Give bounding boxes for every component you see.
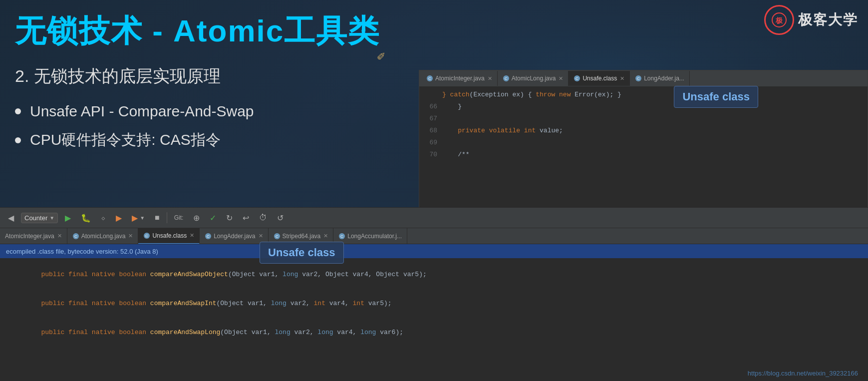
run2-icon: ▶: [132, 213, 138, 223]
unsafe-label-1: Unsafe class: [260, 242, 344, 264]
toolbar-play-btn[interactable]: ▶: [62, 212, 74, 224]
toolbar-strip: ◀ Counter ▼ ▶ 🐛 ⬦ ▶ ▶ ▼ ■ Git: ⊕ ✓ ↻ ↩ ⏱…: [0, 207, 868, 228]
tab-close-bottom-0[interactable]: ✕: [57, 233, 62, 239]
toolbar-stop-btn[interactable]: ■: [152, 212, 163, 223]
content-section: 2. 无锁技术的底层实现原理 Unsafe API - Compare-And-…: [15, 65, 254, 160]
tab-close-bottom-2[interactable]: ✕: [190, 232, 194, 239]
toolbar-refresh-btn[interactable]: ↻: [223, 212, 236, 224]
code-line-catch: } catch(Exception ex) { throw new Error(…: [419, 88, 868, 100]
code-line-70: 70 /**: [419, 148, 868, 160]
section-title: 2. 无锁技术的底层实现原理: [15, 65, 254, 88]
tab-atomic-integer-top[interactable]: C AtomicInteger.java ✕: [421, 71, 498, 86]
counter-label: Counter: [24, 214, 47, 222]
info-bar-text: ecompiled .class file, bytecode version:…: [6, 248, 158, 255]
back-icon: ◀: [8, 213, 14, 223]
tab-bar-bottom: AtomicInteger.java ✕ C AtomicLong.java ✕…: [0, 228, 868, 244]
logo-circle: 极: [764, 5, 794, 35]
tab-unsafe-class-top[interactable]: C Unsafe.class ✕: [569, 71, 630, 86]
code-line-66: 66 }: [419, 100, 868, 112]
tab-long-adder-bottom[interactable]: C LongAdder.java ✕: [200, 228, 268, 244]
tab-atomic-long-bottom[interactable]: C AtomicLong.java ✕: [67, 228, 139, 244]
toolbar-step-btn[interactable]: ⬦: [98, 212, 109, 223]
tab-close-1[interactable]: ✕: [559, 75, 563, 82]
undo-icon: ↩: [243, 213, 249, 223]
toolbar-redo-btn[interactable]: ↺: [274, 212, 287, 224]
toolbar-run2-btn[interactable]: ▶ ▼: [129, 212, 148, 224]
svg-text:极: 极: [775, 16, 783, 24]
slide-area: 极 极客大学 无锁技术 - Atomic工具类 ✏ 2. 无锁技术的底层实现原理…: [0, 0, 868, 215]
tab-bar-top: C AtomicInteger.java ✕ C AtomicLong.java…: [419, 70, 868, 86]
tab-atomic-integer-bottom[interactable]: AtomicInteger.java ✕: [0, 228, 67, 244]
toolbar-back-btn[interactable]: ◀: [5, 212, 17, 224]
code-line-67: 67: [419, 112, 868, 124]
svg-text:C: C: [207, 234, 210, 239]
tab-close-bottom-1[interactable]: ✕: [128, 233, 133, 239]
tab-long-adder-top[interactable]: C LongAdder.ja...: [630, 71, 690, 86]
tab-unsafe-class-bottom[interactable]: C Unsafe.class ✕: [138, 228, 200, 244]
redo-icon: ↺: [277, 213, 284, 223]
unsafe-label-2: Unsafe class: [674, 86, 758, 108]
refresh-icon: ↻: [226, 213, 233, 223]
run-icon: ▶: [116, 213, 122, 223]
toolbar-run-btn[interactable]: ▶: [113, 212, 125, 224]
code-line-cas-object: public final native boolean compareAndSw…: [0, 260, 868, 279]
svg-text:C: C: [576, 76, 579, 81]
step-icon: ⬦: [101, 213, 106, 222]
toolbar-sep-1: [167, 212, 167, 223]
svg-text:C: C: [340, 234, 343, 239]
run2-dropdown-icon: ▼: [140, 215, 145, 221]
url-bar: https://blog.csdn.net/weixin_39232166: [748, 370, 858, 377]
code-line-69: 69: [419, 136, 868, 148]
bullet-item-2: CPU硬件指令支持: CAS指令: [15, 130, 254, 150]
toolbar-undo-btn[interactable]: ↩: [240, 212, 252, 224]
logo-text: 极客大学: [798, 10, 858, 29]
svg-text:C: C: [276, 234, 279, 239]
code-line-cas-long: public final native boolean compareAndSw…: [0, 318, 868, 337]
code-area-top: } catch(Exception ex) { throw new Error(…: [419, 86, 868, 214]
main-title: 无锁技术 - Atomic工具类: [15, 10, 380, 52]
merge-icon: ⊕: [193, 213, 200, 223]
toolbar-check-btn[interactable]: ✓: [207, 212, 219, 224]
git-btn[interactable]: Git:: [171, 213, 187, 222]
tab-close-bottom-4[interactable]: ✕: [323, 233, 328, 239]
bullet-dot-1: [15, 108, 21, 114]
code-line-68: 68 private volatile int value;: [419, 124, 868, 136]
logo-area: 极 极客大学: [764, 5, 858, 35]
svg-text:C: C: [428, 76, 431, 81]
toolbar-clock-btn[interactable]: ⏱: [256, 212, 270, 223]
clock-icon: ⏱: [259, 213, 267, 222]
tab-atomic-long-top[interactable]: C AtomicLong.java ✕: [498, 71, 569, 86]
tab-close-bottom-3[interactable]: ✕: [259, 233, 263, 239]
svg-text:C: C: [74, 234, 77, 239]
counter-dropdown-icon: ▼: [49, 215, 54, 221]
debug-icon: 🐛: [81, 213, 91, 223]
git-label: Git:: [174, 214, 184, 221]
toolbar-debug-btn[interactable]: 🐛: [78, 212, 94, 224]
play-icon: ▶: [65, 213, 71, 223]
counter-button[interactable]: Counter ▼: [21, 213, 58, 223]
info-bar: ecompiled .class file, bytecode version:…: [0, 244, 868, 258]
svg-text:C: C: [505, 76, 508, 81]
tab-close-0[interactable]: ✕: [488, 75, 492, 82]
toolbar-merge-btn[interactable]: ⊕: [190, 212, 203, 224]
check-icon: ✓: [210, 213, 216, 223]
bullet-item-1: Unsafe API - Compare-And-Swap: [15, 103, 254, 120]
tab-long-acc-bottom[interactable]: C LongAccumulator.j...: [333, 228, 407, 244]
tab-close-2[interactable]: ✕: [620, 75, 624, 82]
bullet-dot-2: [15, 137, 21, 143]
ide-panel-top: C AtomicInteger.java ✕ C AtomicLong.java…: [419, 70, 868, 215]
code-area-bottom: public final native boolean compareAndSw…: [0, 258, 868, 381]
svg-text:C: C: [146, 234, 149, 238]
bullet-list: Unsafe API - Compare-And-Swap CPU硬件指令支持:…: [15, 103, 254, 150]
svg-text:C: C: [637, 76, 640, 81]
ide-bottom: AtomicInteger.java ✕ C AtomicLong.java ✕…: [0, 228, 868, 381]
code-line-cas-int: public final native boolean compareAndSw…: [0, 289, 868, 308]
stop-icon: ■: [155, 213, 160, 222]
